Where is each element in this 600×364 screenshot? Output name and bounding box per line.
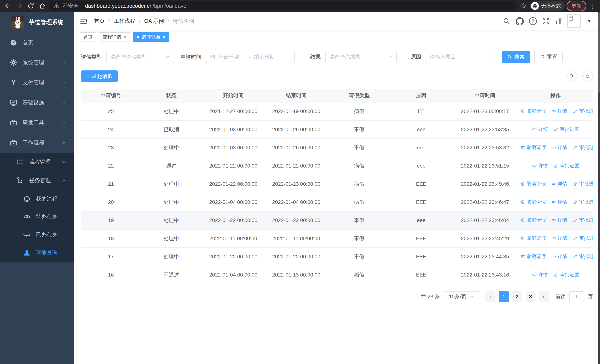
approval-progress-link[interactable]: 审批进度: [553, 126, 579, 132]
page-size-select[interactable]: 10条/页: [444, 291, 479, 302]
user-avatar[interactable]: [567, 14, 581, 28]
pager-pages: 123: [499, 291, 535, 302]
detail-link[interactable]: 详情: [532, 126, 548, 132]
cancel-leave-link[interactable]: 取消请假: [520, 180, 546, 187]
update-button[interactable]: 更新: [567, 1, 586, 11]
tab-home[interactable]: 首页: [80, 32, 96, 42]
table-row: 20 处理中 2022-01-04 00:00:00 2022-01-04 00…: [81, 193, 593, 211]
reset-button[interactable]: 重置: [534, 51, 563, 63]
github-button[interactable]: [516, 17, 524, 25]
search-button[interactable]: 搜索: [502, 51, 530, 63]
sidebar-item-system[interactable]: 系统管理: [0, 53, 74, 73]
breadcrumb-current: 请假查询: [173, 18, 194, 25]
browser-scrollbar[interactable]: [598, 12, 600, 364]
sidebar-item-my-process[interactable]: 我的流程: [0, 190, 74, 208]
sidebar-collapse-button[interactable]: [80, 17, 87, 25]
sidebar-item-todo-tasks[interactable]: 待办任务: [0, 208, 74, 226]
fullscreen-button[interactable]: [542, 17, 550, 25]
menu-label: 工作流程: [23, 139, 44, 146]
start-date-input[interactable]: [218, 54, 246, 60]
cancel-leave-link[interactable]: 取消请假: [520, 108, 546, 114]
page-button[interactable]: 1: [499, 291, 509, 302]
next-page-button[interactable]: ›: [539, 291, 549, 302]
detail-link[interactable]: 详情: [551, 235, 567, 242]
back-button[interactable]: [3, 1, 13, 11]
cancel-leave-link[interactable]: 取消请假: [520, 144, 546, 151]
app-logo: [11, 16, 24, 28]
breadcrumb-oa-example[interactable]: OA 示例: [144, 18, 164, 25]
navbar-actions: ? TT ▼: [503, 14, 591, 28]
detail-link[interactable]: 详情: [551, 144, 567, 151]
goto-page-input[interactable]: [569, 291, 584, 302]
toggle-search-button[interactable]: [566, 71, 577, 82]
tab-process-detail[interactable]: 流程详情 ×: [99, 32, 131, 42]
page-button[interactable]: 3: [525, 291, 535, 302]
detail-link[interactable]: 详情: [551, 180, 567, 187]
scrollbar-thumb[interactable]: [598, 13, 600, 93]
detail-link[interactable]: 详情: [532, 162, 548, 169]
cancel-leave-link[interactable]: 取消请假: [520, 235, 546, 242]
close-icon[interactable]: ×: [162, 35, 166, 40]
approval-progress-link[interactable]: 审批进度: [553, 271, 579, 278]
cancel-leave-link[interactable]: 取消请假: [520, 253, 546, 260]
end-date-input[interactable]: [254, 54, 282, 60]
sidebar-item-devtools[interactable]: 研发工具: [0, 113, 74, 133]
approval-progress-link[interactable]: 审批进度: [573, 253, 593, 260]
close-icon[interactable]: ×: [123, 35, 127, 40]
create-leave-button[interactable]: + 发起请假: [81, 70, 118, 82]
cell-leave-type: 事假: [328, 229, 391, 248]
home-button[interactable]: [38, 1, 47, 11]
tab-leave-query[interactable]: 请假查询 ×: [133, 32, 169, 42]
sidebar-item-home[interactable]: 首页: [0, 33, 74, 53]
breadcrumb-workflow[interactable]: 工作流程: [114, 18, 135, 25]
cell-start-time: 2022-01-11 00:00:00: [202, 229, 265, 248]
detail-link[interactable]: 详情: [532, 271, 548, 278]
sidebar-item-payment[interactable]: ¥ 支付管理: [0, 73, 74, 93]
cancel-leave-link[interactable]: 取消请假: [520, 217, 546, 223]
sidebar-item-done-tasks[interactable]: 已办任务: [0, 226, 74, 244]
reload-icon: [27, 2, 35, 10]
approval-progress-link[interactable]: 审批进度: [573, 144, 593, 151]
approval-progress-link[interactable]: 审批进度: [573, 199, 593, 205]
font-size-button[interactable]: TT: [555, 18, 562, 25]
sidebar-logo-row[interactable]: 芋道管理系统: [0, 12, 74, 33]
approval-progress-link[interactable]: 审批进度: [573, 180, 593, 187]
browser-menu-button[interactable]: ⋮: [588, 2, 597, 9]
approval-progress-label: 审批进度: [579, 180, 593, 187]
total-count: 共 23 条: [421, 293, 440, 300]
reason-input[interactable]: [430, 54, 490, 60]
approval-progress-link[interactable]: 审批进度: [573, 217, 593, 223]
toolbox-icon: [10, 139, 18, 147]
approval-progress-link[interactable]: 审批进度: [573, 235, 593, 242]
avatar-dropdown-caret[interactable]: ▼: [587, 19, 591, 24]
tab-label: 请假查询: [141, 34, 160, 40]
reason-label: 原因: [411, 53, 421, 60]
sidebar-item-workflow[interactable]: 工作流程: [0, 133, 74, 153]
prev-page-button[interactable]: ‹: [486, 291, 496, 302]
cancel-leave-link[interactable]: 取消请假: [520, 199, 546, 205]
breadcrumb-home[interactable]: 首页: [94, 18, 105, 25]
refresh-table-button[interactable]: [582, 71, 593, 82]
chevron-down-icon: [61, 80, 67, 85]
leave-type-select[interactable]: 请选择请假类型: [106, 51, 174, 63]
sidebar-item-task-mgmt[interactable]: 任务管理: [0, 171, 74, 190]
approval-progress-link[interactable]: 审批进度: [573, 108, 593, 114]
bookmark-button[interactable]: [518, 1, 528, 11]
header-search-button[interactable]: [503, 17, 510, 25]
forward-button[interactable]: [14, 1, 24, 11]
result-select[interactable]: 请选择流结果: [325, 51, 397, 63]
detail-link[interactable]: 详情: [551, 199, 567, 205]
sidebar-item-leave-query[interactable]: 请假查询: [0, 244, 74, 262]
apply-time-range-picker[interactable]: -: [206, 51, 295, 63]
detail-link[interactable]: 详情: [551, 108, 567, 114]
help-button[interactable]: ?: [529, 17, 537, 25]
reload-button[interactable]: [26, 1, 36, 11]
sidebar-item-infrastructure[interactable]: 基础设施: [0, 93, 74, 113]
page-button[interactable]: 2: [512, 291, 522, 302]
page-suffix: 页: [588, 293, 593, 300]
sidebar-item-process-mgmt[interactable]: 流程管理: [0, 153, 74, 171]
detail-link[interactable]: 详情: [551, 253, 567, 260]
approval-progress-link[interactable]: 审批进度: [553, 162, 579, 169]
detail-link[interactable]: 详情: [551, 217, 567, 223]
url-bar[interactable]: 不安全 dashboard.yudao.iocoder.cn/bpm/oa/le…: [49, 1, 517, 10]
